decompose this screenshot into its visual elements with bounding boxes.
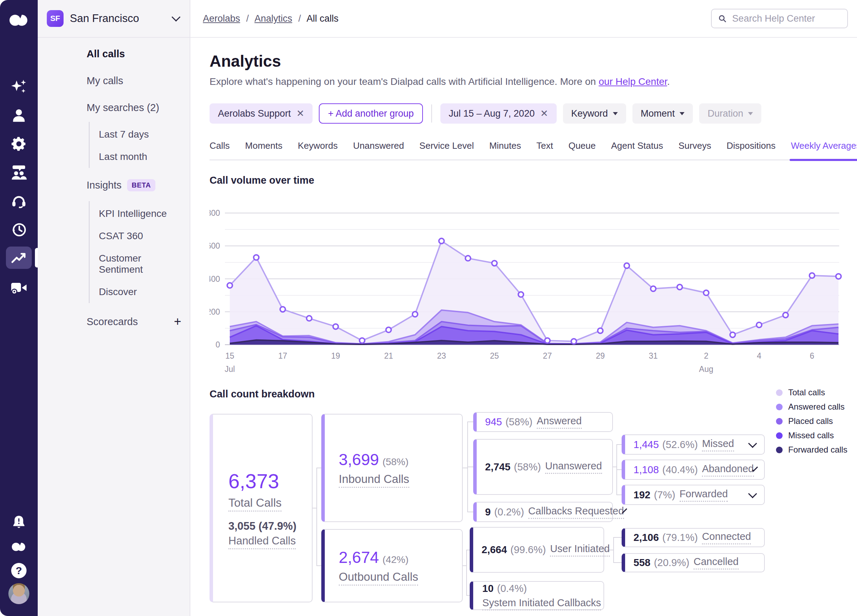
unanswered-label: Unanswered xyxy=(545,460,602,474)
sidebar-item-my-searches[interactable]: My searches (2) xyxy=(87,102,181,113)
tab-service-level[interactable]: Service Level xyxy=(419,140,474,160)
breadcrumb-separator: / xyxy=(246,13,249,24)
connector-line xyxy=(613,562,622,563)
connector-line xyxy=(466,549,470,550)
tab-queue[interactable]: Queue xyxy=(569,140,596,160)
remove-date-icon[interactable]: ✕ xyxy=(540,108,548,119)
tab-surveys[interactable]: Surveys xyxy=(679,140,712,160)
dialpad-logo-icon[interactable] xyxy=(0,10,38,31)
missed-label: Missed xyxy=(702,438,734,452)
tab-text[interactable]: Text xyxy=(537,140,553,160)
sidebar-item-last-month[interactable]: Last month xyxy=(99,151,181,163)
add-group-button[interactable]: + Add another group xyxy=(319,104,422,124)
forwarded-card[interactable]: 192(7%)Forwarded xyxy=(622,485,765,505)
search-input[interactable] xyxy=(732,13,841,25)
help-icon[interactable]: ? xyxy=(0,562,38,580)
tab-unanswered[interactable]: Unanswered xyxy=(353,140,404,160)
dialpad-mark-icon[interactable] xyxy=(0,538,38,556)
sidebar-item-all-calls[interactable]: All calls xyxy=(87,48,181,60)
connector-line xyxy=(316,467,317,566)
tab-agent-status[interactable]: Agent Status xyxy=(611,140,663,160)
ai-meetings-icon[interactable] xyxy=(0,278,38,297)
notifications-bell-icon[interactable] xyxy=(0,512,38,532)
sidebar-item-last-7-days[interactable]: Last 7 days xyxy=(99,129,181,140)
missed-card[interactable]: 1,445(52.6%)Missed xyxy=(622,435,765,455)
svg-text:2: 2 xyxy=(704,351,708,361)
sidebar-item-my-calls[interactable]: My calls xyxy=(87,75,181,87)
breadcrumb-aerolabs[interactable]: Aerolabs xyxy=(203,13,240,24)
tab-moments[interactable]: Moments xyxy=(245,140,283,160)
add-scorecard-button[interactable]: + xyxy=(174,314,181,329)
svg-text:Jul: Jul xyxy=(224,365,235,374)
call-volume-chart: 0200400600800151719212325272931246JulAug xyxy=(210,193,843,376)
help-search[interactable] xyxy=(711,9,848,28)
chip-divider xyxy=(431,104,432,122)
outbound-value: 2,674 xyxy=(339,548,379,566)
breadcrumb-current: All calls xyxy=(306,13,339,24)
caret-down-icon xyxy=(680,112,684,115)
connected-pct: (79.1%) xyxy=(662,532,698,543)
app-window: ? SF San Francisco All calls My calls My… xyxy=(0,0,857,616)
callbacks-label: Callbacks Requested xyxy=(528,505,624,519)
workspace-selector[interactable]: SF San Francisco xyxy=(38,0,190,38)
chevron-down-icon[interactable] xyxy=(748,489,757,498)
cancelled-value: 558 xyxy=(634,557,650,568)
sidebar-item-csat-360[interactable]: CSAT 360 xyxy=(99,231,181,241)
duration-filter-dropdown[interactable]: Duration xyxy=(699,104,761,124)
chart-title: Call volume over time xyxy=(210,175,314,186)
sidebar-item-kpi-intelligence[interactable]: KPI Intelligence xyxy=(99,208,181,219)
history-icon[interactable] xyxy=(0,220,38,240)
user-avatar[interactable] xyxy=(0,582,38,605)
group-filter-chip[interactable]: Aerolabs Support ✕ xyxy=(210,104,312,124)
remove-group-icon[interactable]: ✕ xyxy=(297,108,305,119)
keyword-filter-dropdown[interactable]: Keyword xyxy=(563,104,626,124)
support-headset-icon[interactable] xyxy=(0,191,38,211)
search-icon xyxy=(718,14,727,23)
moment-filter-dropdown[interactable]: Moment xyxy=(633,104,693,124)
tab-weekly-averages[interactable]: Weekly Averages xyxy=(791,140,857,160)
duration-label: Duration xyxy=(707,108,743,119)
page-title: Analytics xyxy=(210,52,281,71)
contacts-icon[interactable] xyxy=(0,105,38,125)
sidebar-item-discover[interactable]: Discover xyxy=(99,286,181,297)
chart-container: 0200400600800151719212325272931246JulAug xyxy=(210,193,843,376)
tab-dispositions[interactable]: Dispositions xyxy=(727,140,776,160)
sidebar: SF San Francisco All calls My calls My s… xyxy=(38,0,190,616)
tab-minutes[interactable]: Minutes xyxy=(489,140,521,160)
chevron-down-icon xyxy=(172,12,180,21)
connected-label: Connected xyxy=(702,531,751,545)
total-calls-card: 6,373 Total Calls 3,055 (47.9%) Handled … xyxy=(210,414,312,602)
callbacks-requested-card[interactable]: 9(0.2%)Callbacks Requested xyxy=(473,502,613,522)
tab-calls[interactable]: Calls xyxy=(210,140,230,160)
connector-line xyxy=(616,444,622,445)
date-chip-label: Jul 15 – Aug 7, 2020 xyxy=(449,108,535,119)
help-center-link[interactable]: our Help Center xyxy=(599,76,667,87)
sidebar-item-customer-sentiment[interactable]: Customer Sentiment xyxy=(99,253,181,275)
analytics-icon[interactable] xyxy=(0,249,38,266)
outbound-label: Outbound Calls xyxy=(339,570,418,586)
date-range-chip[interactable]: Jul 15 – Aug 7, 2020 ✕ xyxy=(440,104,557,124)
answered-pct: (58%) xyxy=(505,416,532,428)
legend-item-total: Total calls xyxy=(776,388,847,398)
coaching-icon[interactable] xyxy=(0,163,38,182)
sidebar-item-insights[interactable]: Insights BETA xyxy=(87,179,181,191)
system-initiated-value: 10 xyxy=(482,583,493,594)
ai-sparkles-icon[interactable] xyxy=(0,77,38,97)
svg-text:400: 400 xyxy=(210,274,220,283)
abandoned-card[interactable]: 1,108(40.4%)Abandoned xyxy=(622,460,765,480)
tab-keywords[interactable]: Keywords xyxy=(298,140,338,160)
svg-text:17: 17 xyxy=(278,351,288,361)
answered-value: 945 xyxy=(485,416,502,428)
forwarded-value: 192 xyxy=(634,489,650,501)
chevron-down-icon[interactable] xyxy=(748,439,757,448)
caret-down-icon xyxy=(613,112,618,115)
system-initiated-label: System Initiated Callbacks xyxy=(482,597,601,610)
answered-label: Answered xyxy=(537,415,582,429)
settings-gear-icon[interactable] xyxy=(0,134,38,154)
abandoned-label: Abandoned xyxy=(702,463,753,477)
legend-dot-total xyxy=(776,389,783,396)
sidebar-item-scorecards[interactable]: Scorecards + xyxy=(87,314,181,329)
breadcrumb-analytics[interactable]: Analytics xyxy=(255,13,292,24)
connector-line xyxy=(467,421,473,422)
svg-text:6: 6 xyxy=(810,351,814,361)
